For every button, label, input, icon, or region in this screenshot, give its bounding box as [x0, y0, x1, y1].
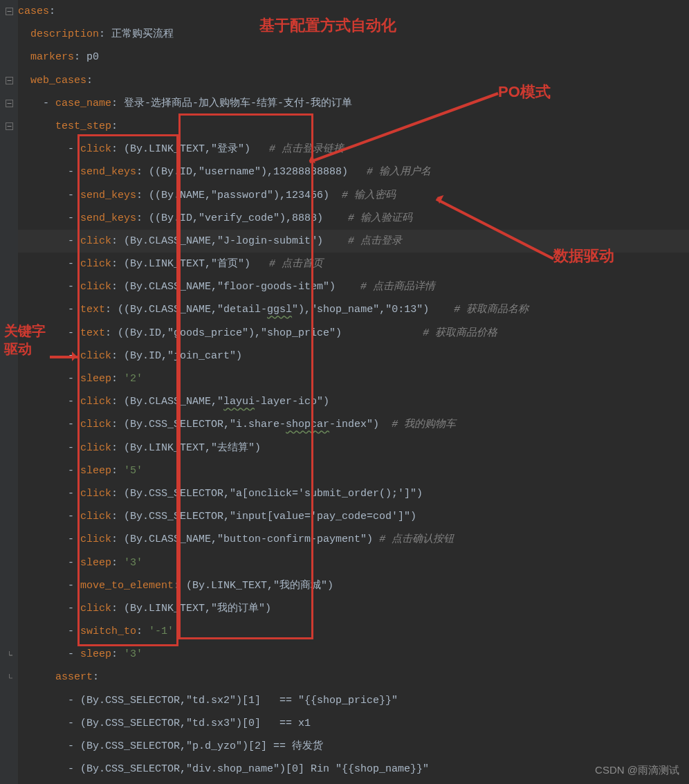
watermark: CSDN @雨滴测试 [595, 764, 679, 777]
code-line[interactable]: - send_keys: ((By.ID,"username"),1328888… [18, 161, 689, 183]
code-line[interactable]: - click: (By.CLASS_NAME,"layui-layer-ico… [18, 390, 689, 413]
fold-toggle-icon[interactable] [0, 115, 18, 138]
fold-toggle-icon[interactable] [0, 69, 18, 92]
annotation-keyword: 关键字 驱动 [4, 322, 46, 358]
fold-toggle-icon[interactable] [0, 92, 18, 115]
code-line[interactable]: - click: (By.LINK_TEXT,"去结算") [18, 437, 689, 459]
annotation-top-center: 基于配置方式自动化 [259, 15, 396, 36]
code-line[interactable]: - click: (By.CSS_SELECTOR,"a[onclick='su… [18, 482, 689, 505]
code-line[interactable]: markers: p0 [18, 46, 689, 69]
code-line[interactable]: - sleep: '3' [18, 643, 689, 666]
code-line[interactable]: - switch_to: '-1' [18, 620, 689, 643]
code-line[interactable]: - click: (By.CSS_SELECTOR,"i.share-shopc… [18, 413, 689, 436]
code-line[interactable]: - (By.CSS_SELECTOR,"p.d_yzo")[2] == 待发货 [18, 735, 689, 758]
editor-gutter [0, 0, 18, 784]
code-line[interactable]: - send_keys: ((By.NAME,"password"),12345… [18, 184, 689, 207]
code-line[interactable]: - click: (By.CLASS_NAME,"floor-goods-ite… [18, 275, 689, 298]
code-editor[interactable]: cases: description: 正常购买流程 markers: p0 w… [18, 0, 689, 781]
fold-end-icon [0, 666, 18, 689]
annotation-po: PO模式 [498, 82, 551, 102]
code-line[interactable]: assert: [18, 666, 689, 689]
code-line[interactable]: - click: (By.CSS_SELECTOR,"input[value='… [18, 505, 689, 528]
code-line[interactable]: - (By.CSS_SELECTOR,"div.shop_name")[0] R… [18, 758, 689, 781]
code-line[interactable]: - move_to_element: (By.LINK_TEXT,"我的商城") [18, 574, 689, 597]
code-line[interactable]: - click: (By.ID,"join_cart") [18, 345, 689, 367]
code-line[interactable]: test_step: [18, 115, 689, 138]
code-line[interactable]: - sleep: '3' [18, 551, 689, 574]
arrow-keyword-head [72, 352, 82, 361]
code-line[interactable]: - text: ((By.CLASS_NAME,"detail-ggsl"),"… [18, 298, 689, 321]
code-line[interactable]: - (By.CSS_SELECTOR,"td.sx2")[1] == "{{sh… [18, 689, 689, 712]
code-line[interactable]: - (By.CSS_SELECTOR,"td.sx3")[0] == x1 [18, 712, 689, 735]
code-line[interactable]: - click: (By.LINK_TEXT,"我的订单") [18, 597, 689, 620]
code-line[interactable]: - send_keys: ((By.ID,"verify_code"),8888… [18, 207, 689, 230]
fold-toggle-icon[interactable] [0, 0, 18, 23]
annotation-data-driven: 数据驱动 [553, 246, 614, 266]
code-line[interactable]: - click: (By.LINK_TEXT,"登录") # 点击登录链接 [18, 138, 689, 161]
code-line[interactable]: - sleep: '2' [18, 367, 689, 390]
code-line[interactable]: - click: (By.CLASS_NAME,"button-confirm-… [18, 528, 689, 551]
code-line[interactable]: web_cases: [18, 69, 689, 92]
code-line[interactable]: - text: ((By.ID,"goods_price"),"shop_pri… [18, 322, 689, 345]
code-line[interactable]: - case_name: 登录-选择商品-加入购物车-结算-支付-我的订单 [18, 92, 689, 115]
fold-end-icon [0, 644, 18, 666]
code-line[interactable]: - sleep: '5' [18, 459, 689, 482]
